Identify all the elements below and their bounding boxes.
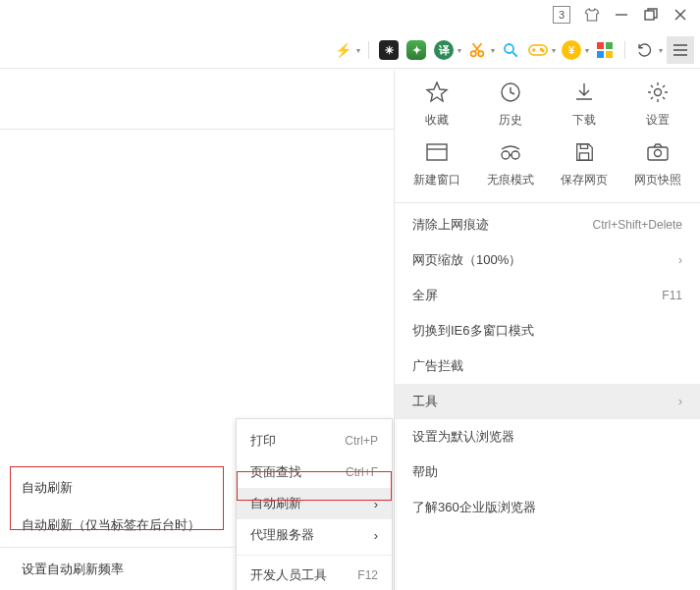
svg-rect-18: [606, 51, 613, 58]
menu-clear-trace[interactable]: 清除上网痕迹 Ctrl+Shift+Delete: [395, 207, 700, 242]
svg-point-26: [502, 151, 510, 159]
menu-tools[interactable]: 工具 ›: [395, 384, 700, 419]
menu-item-label: 全屏: [412, 287, 438, 304]
shortcut-label: Ctrl+P: [345, 434, 378, 448]
ext-wallet-icon[interactable]: ¥: [560, 38, 583, 62]
submenu-auto-refresh[interactable]: 自动刷新 ›: [237, 488, 392, 519]
main-menu-button[interactable]: [667, 36, 694, 64]
svg-rect-24: [427, 144, 447, 160]
svg-rect-1: [645, 11, 654, 20]
menu-item-label: 切换到IE6多窗口模式: [412, 322, 534, 340]
submenu-print[interactable]: 打印 Ctrl+P: [237, 425, 392, 456]
menu-settings[interactable]: 设置: [620, 80, 694, 129]
chevron-right-icon: ›: [374, 497, 378, 511]
shortcut-label: F12: [357, 568, 378, 582]
maximize-button[interactable]: [643, 7, 659, 23]
submenu-refresh-freq[interactable]: 设置自动刷新频率: [20, 551, 216, 588]
save-icon: [573, 140, 595, 164]
window-titlebar: 3: [553, 0, 700, 29]
ext-search-icon[interactable]: [499, 38, 522, 62]
menu-item-label: 广告拦截: [412, 357, 463, 375]
menu-item-label: 页面查找: [250, 463, 301, 481]
menu-item-label: 无痕模式: [487, 172, 534, 188]
svg-point-23: [654, 89, 661, 96]
menu-item-label: 历史: [499, 112, 522, 129]
chevron-down-icon[interactable]: ▾: [458, 46, 461, 55]
shortcut-label: F11: [662, 289, 682, 302]
download-icon: [572, 80, 596, 104]
chevron-down-icon[interactable]: ▾: [659, 46, 663, 55]
submenu-find[interactable]: 页面查找 Ctrl+F: [237, 456, 392, 488]
ext-apps-icon[interactable]: [593, 38, 617, 62]
svg-point-8: [505, 44, 513, 53]
menu-help[interactable]: 帮助: [395, 455, 700, 490]
speed-mode-icon[interactable]: ⚡: [331, 38, 354, 62]
submenu-devtools[interactable]: 开发人员工具 F12: [237, 560, 392, 590]
menu-item-label: 收藏: [425, 112, 449, 129]
menu-incognito[interactable]: 无痕模式: [474, 140, 548, 188]
menu-zoom[interactable]: 网页缩放（100%） ›: [395, 242, 700, 278]
menu-save-page[interactable]: 保存网页: [548, 140, 621, 188]
menu-new-window[interactable]: 新建窗口: [401, 140, 474, 188]
svg-point-4: [471, 51, 476, 56]
chevron-down-icon[interactable]: ▾: [585, 46, 589, 55]
chevron-right-icon: ›: [678, 253, 682, 267]
menu-item-label: 设置为默认浏览器: [412, 428, 514, 446]
incognito-icon: [498, 140, 523, 164]
menu-item-label: 工具: [412, 393, 438, 410]
menu-favorites[interactable]: 收藏: [401, 80, 474, 129]
menu-item-label: 打印: [250, 432, 276, 450]
ext-wechat-icon[interactable]: ✦: [404, 38, 428, 62]
menu-snapshot[interactable]: 网页快照: [620, 140, 694, 188]
tools-submenu: 打印 Ctrl+P 页面查找 Ctrl+F 自动刷新 › 代理服务器 › 开发人…: [236, 418, 393, 590]
ext-darkmode-icon[interactable]: ✳: [377, 38, 401, 62]
menu-item-label: 保存网页: [561, 172, 608, 188]
chevron-down-icon[interactable]: ▾: [491, 46, 495, 55]
svg-rect-29: [580, 144, 587, 149]
minimize-button[interactable]: [614, 7, 629, 23]
chevron-right-icon: ›: [678, 395, 682, 408]
svg-rect-16: [606, 42, 613, 49]
window-icon: [425, 140, 449, 164]
main-menu-panel: 收藏 历史 下载 设置 新建窗口 无痕模式 保存网页 网页快照: [394, 71, 700, 590]
undo-close-icon[interactable]: [633, 38, 657, 62]
menu-item-label: 设置: [646, 112, 670, 129]
chevron-down-icon[interactable]: ▾: [552, 46, 556, 55]
menu-adblock[interactable]: 广告拦截: [395, 349, 700, 384]
menu-item-label: 下载: [572, 112, 596, 129]
submenu-proxy[interactable]: 代理服务器 ›: [237, 519, 392, 551]
menu-item-label: 自动刷新: [250, 495, 301, 512]
svg-point-5: [478, 51, 483, 56]
menu-item-label: 帮助: [412, 463, 438, 481]
menu-about[interactable]: 了解360企业版浏览器: [395, 490, 700, 525]
svg-line-9: [512, 52, 517, 57]
skin-icon[interactable]: [584, 7, 600, 23]
menu-item-label: 清除上网痕迹: [412, 216, 489, 234]
refresh-submenu: 自动刷新 自动刷新（仅当标签在后台时） 设置自动刷新频率: [20, 469, 216, 588]
menu-item-label: 代理服务器: [250, 526, 314, 544]
close-button[interactable]: [673, 7, 688, 23]
menu-downloads[interactable]: 下载: [548, 80, 621, 129]
menu-ie6-mode[interactable]: 切换到IE6多窗口模式: [395, 313, 700, 349]
menu-fullscreen[interactable]: 全屏 F11: [395, 278, 700, 313]
extension-toolbar: ⚡ ▾ ✳ ✦ 译 ▾ ▾ ▾ ¥ ▾ ▾: [331, 33, 700, 67]
menu-set-default[interactable]: 设置为默认浏览器: [395, 419, 700, 455]
star-icon: [425, 80, 449, 104]
submenu-auto-refresh-bg[interactable]: 自动刷新（仅当标签在后台时）: [20, 507, 216, 544]
menu-item-label: 新建窗口: [413, 172, 460, 188]
svg-rect-30: [579, 153, 588, 160]
camera-icon: [646, 140, 670, 164]
chevron-down-icon[interactable]: ▾: [356, 46, 360, 55]
ext-game-icon[interactable]: [526, 38, 550, 62]
tab-count-badge[interactable]: 3: [553, 6, 570, 24]
ext-screenshot-icon[interactable]: [465, 38, 489, 62]
menu-item-label: 网页快照: [634, 172, 681, 188]
submenu-auto-refresh-on[interactable]: 自动刷新: [20, 469, 216, 507]
menu-history[interactable]: 历史: [474, 80, 548, 129]
shortcut-label: Ctrl+F: [346, 465, 378, 479]
ext-translate-icon[interactable]: 译: [432, 38, 456, 62]
svg-point-14: [542, 50, 544, 52]
svg-rect-15: [597, 42, 604, 49]
shortcut-label: Ctrl+Shift+Delete: [593, 218, 682, 232]
svg-rect-10: [529, 45, 547, 55]
